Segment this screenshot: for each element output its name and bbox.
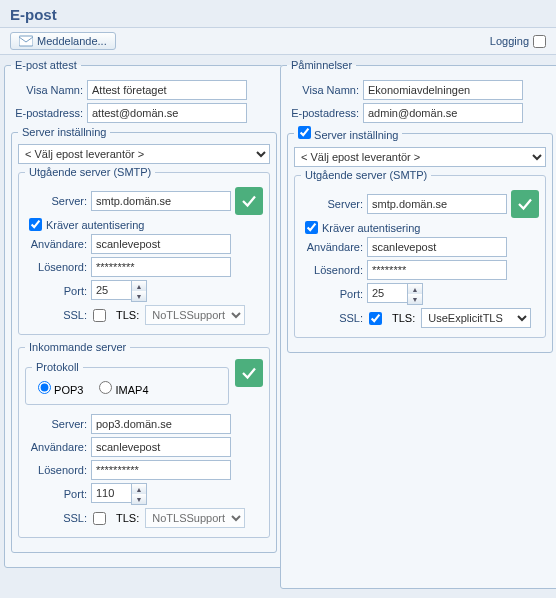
smtp-auth-label-r: Kräver autentisering (322, 222, 420, 234)
spin-up[interactable]: ▲ (408, 284, 422, 294)
visa-namn-input-r[interactable] (363, 80, 523, 100)
incoming-legend: Inkommande server (25, 341, 130, 353)
smtp-pass-input-right[interactable] (367, 260, 507, 280)
logging-checkbox[interactable] (533, 35, 546, 48)
in-port-input[interactable] (91, 483, 131, 503)
in-server-input[interactable] (91, 414, 231, 434)
smtp-ssl-label-r: SSL: (301, 312, 363, 324)
spin-down[interactable]: ▼ (132, 291, 146, 301)
smtp-ssl-checkbox-right[interactable] (369, 312, 382, 325)
server-install-checkbox-r[interactable] (298, 126, 311, 139)
message-icon (19, 35, 33, 47)
logging-toggle[interactable]: Logging (490, 35, 546, 48)
visa-namn-input[interactable] (87, 80, 247, 100)
smtp-auth-label: Kräver autentisering (46, 219, 144, 231)
logging-label: Logging (490, 35, 529, 47)
smtp-ssl-label: SSL: (25, 309, 87, 321)
svg-rect-0 (19, 36, 33, 46)
smtp-auth-checkbox-right[interactable] (305, 221, 318, 234)
pop3-radio-label[interactable]: POP3 (38, 381, 83, 396)
protokoll-group: Protokoll POP3 IMAP4 (25, 361, 229, 405)
smtp-user-input-right[interactable] (367, 237, 507, 257)
server-installning-right: Server inställning < Välj epost leverant… (287, 126, 553, 353)
in-port-label: Port: (25, 488, 87, 500)
in-ssl-label: SSL: (25, 512, 87, 524)
epost-provider-select-right[interactable]: < Välj epost leverantör > (294, 147, 546, 167)
spin-up[interactable]: ▲ (132, 281, 146, 291)
smtp-server-label: Server: (25, 195, 87, 207)
meddelande-button[interactable]: Meddelande... (10, 32, 116, 50)
smtp-user-label: Användare: (25, 238, 87, 250)
in-server-label: Server: (25, 418, 87, 430)
protokoll-legend: Protokoll (32, 361, 83, 373)
incoming-status-ok (235, 359, 263, 387)
server-install-legend: Server inställning (18, 126, 110, 138)
smtp-tls-select-right[interactable]: UseExplicitTLS (421, 308, 531, 328)
smtp-pass-input-left[interactable] (91, 257, 231, 277)
in-user-input[interactable] (91, 437, 231, 457)
smtp-server-label-r: Server: (301, 198, 363, 210)
imap4-radio-label[interactable]: IMAP4 (99, 381, 148, 396)
smtp-group-right: Utgående server (SMTP) Server: Kräver au… (294, 169, 546, 338)
smtp-server-input-left[interactable] (91, 191, 231, 211)
smtp-auth-checkbox-left[interactable] (29, 218, 42, 231)
paminnelser-legend: Påminnelser (287, 59, 356, 71)
epost-label-r: E-postadress: (287, 107, 359, 119)
server-installning-left: Server inställning < Välj epost leverant… (11, 126, 277, 553)
epost-label: E-postadress: (11, 107, 83, 119)
epost-attest-legend: E-post attest (11, 59, 81, 71)
server-install-legend-r: Server inställning (294, 126, 402, 141)
smtp-status-ok-right (511, 190, 539, 218)
incoming-group: Inkommande server Protokoll POP3 IMAP4 (18, 341, 270, 538)
smtp-port-spinner-left[interactable]: ▲▼ (91, 280, 147, 302)
visa-namn-label: Visa Namn: (11, 84, 83, 96)
smtp-server-input-right[interactable] (367, 194, 507, 214)
smtp-legend-left: Utgående server (SMTP) (25, 166, 155, 178)
epost-input[interactable] (87, 103, 247, 123)
in-pass-label: Lösenord: (25, 464, 87, 476)
smtp-port-spinner-right[interactable]: ▲▼ (367, 283, 423, 305)
epost-input-r[interactable] (363, 103, 523, 123)
smtp-tls-select-left[interactable]: NoTLSSupport (145, 305, 245, 325)
header: E-post (0, 0, 556, 28)
epost-attest-group: E-post attest Visa Namn: E-postadress: S… (4, 59, 284, 568)
imap4-radio[interactable] (99, 381, 112, 394)
smtp-port-label-r: Port: (301, 288, 363, 300)
epost-provider-select-left[interactable]: < Välj epost leverantör > (18, 144, 270, 164)
toolbar: Meddelande... Logging (0, 28, 556, 55)
smtp-user-label-r: Användare: (301, 241, 363, 253)
smtp-group-left: Utgående server (SMTP) Server: Kräver au… (18, 166, 270, 335)
smtp-tls-label: TLS: (116, 309, 139, 321)
in-tls-label: TLS: (116, 512, 139, 524)
in-port-spinner[interactable]: ▲▼ (91, 483, 147, 505)
paminnelser-group: Påminnelser Visa Namn: E-postadress: Ser… (280, 59, 556, 589)
smtp-port-input-right[interactable] (367, 283, 407, 303)
smtp-pass-label: Lösenord: (25, 261, 87, 273)
smtp-port-label: Port: (25, 285, 87, 297)
spin-down[interactable]: ▼ (132, 494, 146, 504)
meddelande-label: Meddelande... (37, 35, 107, 47)
in-ssl-checkbox[interactable] (93, 512, 106, 525)
in-user-label: Användare: (25, 441, 87, 453)
spin-up[interactable]: ▲ (132, 484, 146, 494)
visa-namn-label-r: Visa Namn: (287, 84, 359, 96)
smtp-port-input-left[interactable] (91, 280, 131, 300)
smtp-user-input-left[interactable] (91, 234, 231, 254)
in-tls-select[interactable]: NoTLSSupport (145, 508, 245, 528)
page-title: E-post (10, 6, 546, 23)
in-pass-input[interactable] (91, 460, 231, 480)
pop3-radio[interactable] (38, 381, 51, 394)
smtp-tls-label-r: TLS: (392, 312, 415, 324)
smtp-legend-right: Utgående server (SMTP) (301, 169, 431, 181)
spin-down[interactable]: ▼ (408, 294, 422, 304)
smtp-status-ok-left (235, 187, 263, 215)
smtp-pass-label-r: Lösenord: (301, 264, 363, 276)
smtp-ssl-checkbox-left[interactable] (93, 309, 106, 322)
